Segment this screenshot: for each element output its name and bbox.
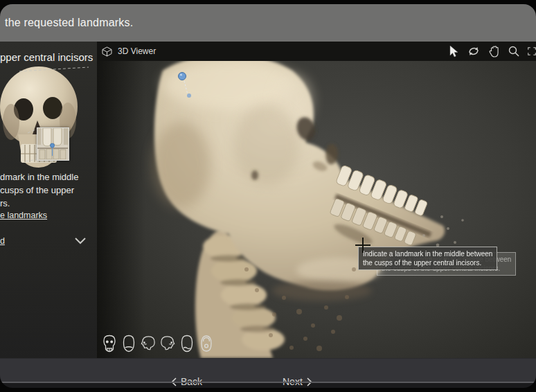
viewer-toolbar xyxy=(447,42,536,61)
skull-left-profile-view-button[interactable] xyxy=(141,334,156,353)
incisor-closeup xyxy=(37,128,68,159)
skull-top-view-button[interactable] xyxy=(179,334,195,353)
skull-front-view-button[interactable] xyxy=(102,334,117,353)
zoom-magnifier-icon[interactable] xyxy=(508,45,520,57)
description-line-2: cusps of the upper xyxy=(0,184,78,197)
landmarks-link[interactable]: e landmarks xyxy=(0,211,47,220)
viewer-header: 3D Viewer xyxy=(97,42,536,61)
description-line-3: rs. xyxy=(0,197,78,210)
viewer-title: 3D Viewer xyxy=(118,46,156,56)
pan-hand-icon[interactable] xyxy=(488,45,500,57)
cube-3d-icon xyxy=(102,46,112,57)
chevron-down-icon[interactable] xyxy=(73,235,87,245)
window-bottom-edge xyxy=(0,382,536,383)
incisor-inset-image xyxy=(37,127,69,161)
description-line-1: dmark in the middle xyxy=(0,170,78,184)
view-orientation-bar xyxy=(102,334,214,353)
landmark-title: pper central incisors xyxy=(0,51,93,63)
landmark-sidebar: pper central incisors xyxy=(0,42,97,358)
app-window: the requested landmarks. pper central in… xyxy=(0,4,536,388)
landmark-description: dmark in the middle cusps of the upper r… xyxy=(0,170,78,210)
screen-background: the requested landmarks. pper central in… xyxy=(0,0,536,392)
skull-3d-render xyxy=(97,61,536,358)
cursor-select-icon[interactable] xyxy=(447,45,460,57)
viewer-panel: 3D Viewer xyxy=(97,42,536,358)
skull-bottom-view-button[interactable] xyxy=(199,334,214,353)
top-instruction-bar: the requested landmarks. xyxy=(0,4,536,42)
skull-back-view-button[interactable] xyxy=(121,334,136,353)
advanced-link[interactable]: d xyxy=(0,236,5,246)
wizard-footer: Back Next xyxy=(0,358,536,382)
main-area: pper central incisors xyxy=(0,42,536,358)
rotate-icon[interactable] xyxy=(467,45,480,57)
instruction-text: the requested landmarks. xyxy=(5,17,133,29)
skull-right-profile-view-button[interactable] xyxy=(160,334,175,353)
fullscreen-icon[interactable] xyxy=(528,45,536,57)
tooltip: Indicate a landmark in the middle betwee… xyxy=(358,247,497,270)
render-viewport[interactable]: Indicate a landmark in the middle betwee… xyxy=(97,61,536,358)
